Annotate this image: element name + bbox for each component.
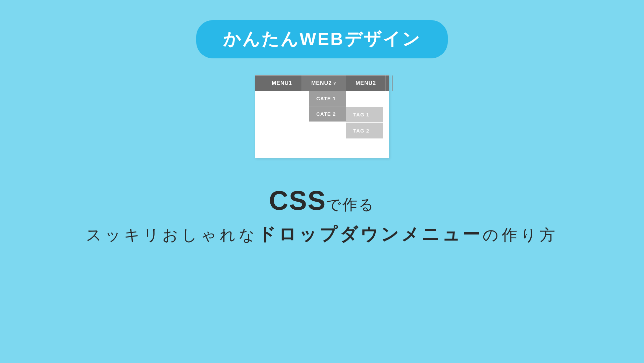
chevron-down-icon: ∨ [333, 81, 336, 86]
dropdown-tag-1[interactable]: TAG 1 [346, 107, 383, 122]
dropdown-col-empty [255, 91, 309, 158]
dropdown-col-tag: TAG 1 TAG 2 [346, 91, 383, 158]
header-badge-text: かんたんWEBデザイン [223, 29, 421, 49]
dropdown-tag-2[interactable]: TAG 2 [346, 123, 383, 139]
nav-item-empty-left [255, 75, 262, 91]
nav-item-menu2[interactable]: MENU2 [346, 75, 386, 91]
dropdown-area: CATE 1 CATE 2 TAG 1 TAG 2 [255, 91, 389, 158]
dropdown-cate-1[interactable]: CATE 1 [309, 91, 346, 106]
page-wrapper: かんたんWEBデザイン MENU1 MENU2 ∨ MENU2 CATE 1 [0, 0, 644, 363]
css-big-text: CSS [269, 185, 326, 216]
header-badge: かんたんWEBデザイン [196, 20, 447, 58]
dropdown-col-cate: CATE 1 CATE 2 [309, 91, 346, 158]
bottom-subtitle: スッキリおしゃれなドロップダウンメニューの作り方 [86, 223, 558, 246]
nav-item-menu2-dropdown[interactable]: MENU2 ∨ [302, 75, 346, 91]
css-small-text: で作る [326, 195, 375, 215]
bottom-text-area: CSS で作る スッキリおしゃれなドロップダウンメニューの作り方 [86, 185, 558, 246]
nav-bar: MENU1 MENU2 ∨ MENU2 [255, 75, 389, 91]
css-line: CSS で作る [269, 185, 375, 216]
nav-item-empty-right [386, 75, 393, 91]
nav-item-menu1[interactable]: MENU1 [262, 75, 302, 91]
nav-demo: MENU1 MENU2 ∨ MENU2 CATE 1 CATE 2 [255, 75, 389, 158]
dropdown-cate-2[interactable]: CATE 2 [309, 106, 346, 122]
